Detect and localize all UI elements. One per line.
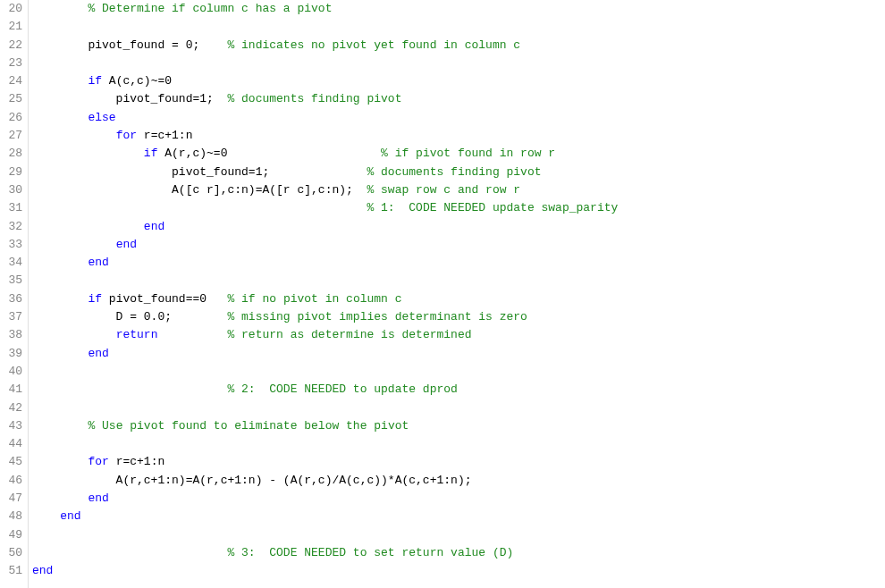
line-number: 41 xyxy=(0,381,22,399)
keyword-token: end xyxy=(88,491,108,505)
code-token: A(r,c+1:n)=A(r,c+1:n) - (A(r,c)/A(c,c))*… xyxy=(32,474,471,487)
line-number: 42 xyxy=(0,399,22,417)
code-line[interactable] xyxy=(32,399,885,417)
line-number: 29 xyxy=(0,164,22,181)
keyword-token: if xyxy=(88,292,102,306)
line-number: 24 xyxy=(0,72,22,90)
code-token: pivot_found==0 xyxy=(102,292,227,306)
line-number: 46 xyxy=(0,472,22,490)
keyword-token: for xyxy=(116,129,137,142)
line-number: 33 xyxy=(0,236,22,254)
code-line[interactable]: for r=c+1:n xyxy=(32,453,885,471)
code-token xyxy=(32,147,144,160)
code-line[interactable]: end xyxy=(32,345,885,363)
code-token xyxy=(32,129,116,142)
code-token xyxy=(32,419,88,433)
code-line[interactable]: % 1: CODE NEEDED update swap_parity xyxy=(32,199,885,217)
code-line[interactable]: pivot_found = 0; % indicates no pivot ye… xyxy=(32,37,885,55)
code-line[interactable]: else xyxy=(32,109,885,127)
code-line[interactable] xyxy=(32,435,885,453)
code-line[interactable] xyxy=(32,55,885,72)
keyword-token: for xyxy=(88,455,108,468)
keyword-token: if xyxy=(144,147,158,160)
code-line[interactable] xyxy=(32,272,885,290)
line-number: 38 xyxy=(0,326,22,344)
code-token xyxy=(157,328,227,341)
code-token xyxy=(32,347,88,360)
code-line[interactable]: end xyxy=(32,218,885,236)
code-line[interactable]: pivot_found=1; % documents finding pivot xyxy=(32,90,885,108)
line-number: 40 xyxy=(0,363,22,381)
code-token: pivot_found=1; xyxy=(32,92,227,105)
code-line[interactable]: if A(c,c)~=0 xyxy=(32,72,885,90)
code-token: D = 0.0; xyxy=(32,310,227,323)
code-line[interactable]: % 3: CODE NEEDED to set return value (D) xyxy=(32,544,885,562)
code-line[interactable] xyxy=(32,18,885,36)
line-number: 27 xyxy=(0,127,22,145)
line-number: 45 xyxy=(0,453,22,471)
line-number: 22 xyxy=(0,37,22,55)
comment-token: % missing pivot implies determinant is z… xyxy=(227,310,527,323)
code-line[interactable]: D = 0.0; % missing pivot implies determi… xyxy=(32,308,885,326)
line-number: 25 xyxy=(0,90,22,108)
line-number: 26 xyxy=(0,109,22,127)
code-token xyxy=(32,328,116,341)
code-line[interactable]: end xyxy=(32,236,885,254)
code-line[interactable]: pivot_found=1; % documents finding pivot xyxy=(32,164,885,181)
line-number: 49 xyxy=(0,526,22,544)
code-line[interactable]: A([c r],c:n)=A([r c],c:n); % swap row c … xyxy=(32,181,885,199)
line-number: 48 xyxy=(0,508,22,525)
code-line[interactable]: end xyxy=(32,254,885,272)
code-token: A(r,c)~=0 xyxy=(157,147,381,160)
code-token xyxy=(32,111,88,124)
line-number: 20 xyxy=(0,0,22,18)
code-token: r=c+1:n xyxy=(109,455,164,468)
keyword-token: end xyxy=(32,564,53,577)
line-number: 50 xyxy=(0,544,22,562)
line-number: 21 xyxy=(0,18,22,36)
code-token: pivot_found = 0; xyxy=(32,38,227,52)
comment-token: % if pivot found in row r xyxy=(381,147,555,160)
code-token xyxy=(32,201,367,214)
code-line[interactable]: % Use pivot found to eliminate below the… xyxy=(32,417,885,435)
code-token xyxy=(32,455,88,468)
line-number: 36 xyxy=(0,290,22,308)
code-line[interactable]: return % return as determine is determin… xyxy=(32,326,885,344)
code-token xyxy=(32,382,227,396)
code-editor[interactable]: % Determine if column c has a pivot pivo… xyxy=(29,0,885,588)
code-token: A(c,c)~=0 xyxy=(102,74,172,88)
code-line[interactable]: % Determine if column c has a pivot xyxy=(32,0,885,18)
code-line[interactable] xyxy=(32,526,885,544)
code-token xyxy=(32,256,88,269)
code-line[interactable] xyxy=(32,363,885,381)
code-token xyxy=(32,2,88,15)
code-line[interactable]: if A(r,c)~=0 % if pivot found in row r xyxy=(32,145,885,163)
code-line[interactable]: end xyxy=(32,508,885,525)
line-number: 32 xyxy=(0,218,22,236)
keyword-token: end xyxy=(88,256,108,269)
code-line[interactable]: for r=c+1:n xyxy=(32,127,885,145)
line-number: 44 xyxy=(0,435,22,453)
line-number: 43 xyxy=(0,417,22,435)
code-token xyxy=(32,509,60,523)
code-token xyxy=(32,220,144,233)
code-token: pivot_found=1; xyxy=(32,165,367,179)
code-line[interactable]: end xyxy=(32,562,885,580)
code-line[interactable]: A(r,c+1:n)=A(r,c+1:n) - (A(r,c)/A(c,c))*… xyxy=(32,472,885,490)
code-line[interactable]: % 2: CODE NEEDED to update dprod xyxy=(32,381,885,399)
line-number: 37 xyxy=(0,308,22,326)
keyword-token: end xyxy=(60,509,80,523)
code-token: r=c+1:n xyxy=(137,129,192,142)
code-line[interactable]: if pivot_found==0 % if no pivot in colum… xyxy=(32,290,885,308)
keyword-token: end xyxy=(144,220,164,233)
code-token xyxy=(32,546,227,559)
line-number: 47 xyxy=(0,490,22,508)
line-number-gutter: 2021222324252627282930313233343536373839… xyxy=(0,0,29,588)
code-line[interactable]: end xyxy=(32,490,885,508)
comment-token: % 1: CODE NEEDED update swap_parity xyxy=(367,201,618,214)
line-number: 28 xyxy=(0,145,22,163)
code-token xyxy=(32,74,88,88)
line-number: 23 xyxy=(0,55,22,72)
comment-token: % documents finding pivot xyxy=(227,92,401,105)
code-token: A([c r],c:n)=A([r c],c:n); xyxy=(32,183,367,197)
